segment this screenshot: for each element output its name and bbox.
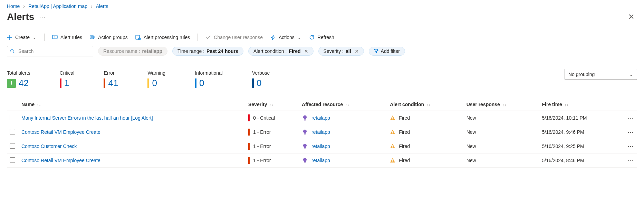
- condition-text: Fired: [399, 115, 410, 121]
- table-row[interactable]: Contoso Retail VM Employee Create1 - Err…: [7, 125, 637, 139]
- plus-icon: [7, 35, 12, 40]
- alert-name-link[interactable]: Contoso Customer Check: [21, 143, 77, 149]
- alert-name-link[interactable]: Contoso Retail VM Employee Create: [21, 129, 100, 135]
- filter-condition-label: Alert condition :: [253, 48, 287, 54]
- stat-verbose-label: Verbose: [252, 70, 270, 76]
- alerts-table: Name↑↓ Severity↑↓ Affected resource↑↓ Al…: [7, 98, 637, 168]
- warning-icon: [390, 115, 395, 121]
- actions-button[interactable]: Actions ⌄: [270, 35, 301, 40]
- toolbar-separator: [44, 34, 45, 41]
- add-filter-button[interactable]: Add filter: [369, 47, 405, 56]
- stat-error[interactable]: Error 41: [104, 70, 118, 89]
- alert-processing-button[interactable]: Alert processing rules: [135, 35, 190, 40]
- resource-link[interactable]: retailapp: [311, 158, 330, 163]
- condition-text: Fired: [399, 158, 410, 163]
- stat-critical[interactable]: Critical 1: [60, 70, 75, 89]
- search-input[interactable]: [18, 48, 90, 54]
- row-checkbox[interactable]: [10, 115, 15, 120]
- col-condition[interactable]: Alert condition↑↓: [387, 98, 463, 111]
- stat-verbose[interactable]: Verbose 0: [252, 70, 270, 89]
- warning-icon: [390, 143, 395, 149]
- breadcrumb-home[interactable]: Home: [7, 3, 20, 9]
- grouping-select[interactable]: No grouping ⌄: [565, 69, 637, 80]
- breadcrumb-alerts[interactable]: Alerts: [96, 3, 108, 9]
- col-response[interactable]: User response↑↓: [464, 98, 539, 111]
- alert-name-link[interactable]: Contoso Retail VM Employee Create: [21, 158, 100, 163]
- refresh-button[interactable]: Refresh: [309, 35, 334, 40]
- col-affected[interactable]: Affected resource↑↓: [299, 98, 387, 111]
- resource-link[interactable]: retailapp: [311, 143, 330, 149]
- stat-informational-label: Informational: [195, 70, 223, 76]
- clear-filter-icon[interactable]: ✕: [355, 48, 359, 54]
- breadcrumb: Home › RetailApp | Application map › Ale…: [7, 3, 637, 9]
- sort-icon: ↑↓: [269, 102, 273, 107]
- row-checkbox[interactable]: [10, 129, 15, 134]
- severity-bar-critical: [60, 78, 61, 88]
- row-checkbox[interactable]: [10, 157, 15, 163]
- filter-resource-value: retailapp: [142, 48, 162, 54]
- stat-verbose-value: 0: [257, 78, 261, 89]
- severity-bar-informational: [195, 78, 196, 88]
- close-icon[interactable]: ✕: [625, 11, 637, 23]
- resource-link[interactable]: retailapp: [311, 115, 330, 121]
- filter-severity[interactable]: Severity : all ✕: [318, 47, 364, 56]
- col-severity[interactable]: Severity↑↓: [246, 98, 299, 111]
- filter-severity-value: all: [346, 48, 351, 54]
- filter-severity-label: Severity :: [324, 48, 344, 54]
- col-name[interactable]: Name↑↓: [19, 98, 246, 111]
- stat-warning-label: Warning: [147, 70, 165, 76]
- filter-timerange[interactable]: Time range : Past 24 hours: [172, 47, 243, 56]
- severity-tick: [248, 129, 250, 136]
- severity-tick: [248, 114, 250, 121]
- sort-icon: ↑↓: [37, 102, 41, 107]
- app-insights-icon: [302, 129, 308, 135]
- sort-icon: ↑↓: [564, 102, 568, 107]
- filter-condition[interactable]: Alert condition : Fired ✕: [248, 47, 314, 56]
- firetime-text: 5/16/2024, 10:11 PM: [542, 115, 587, 121]
- svg-rect-12: [304, 162, 306, 163]
- firetime-text: 5/16/2024, 9:25 PM: [542, 143, 584, 149]
- command-bar: Create ⌄ Alert rules Action groups Alert…: [7, 33, 637, 41]
- stat-critical-value: 1: [64, 78, 69, 89]
- total-badge-icon: [7, 79, 16, 88]
- firetime-text: 5/16/2024, 9:46 PM: [542, 129, 584, 135]
- page-title: Alerts: [7, 11, 34, 22]
- row-menu-button[interactable]: ⋯: [623, 125, 637, 139]
- search-icon: [10, 49, 15, 54]
- table-row[interactable]: Contoso Customer Check1 - Errorretailapp…: [7, 139, 637, 154]
- row-menu-button[interactable]: ⋯: [623, 139, 637, 154]
- actions-label: Actions: [279, 35, 295, 40]
- create-button[interactable]: Create ⌄: [7, 35, 37, 40]
- svg-rect-1: [90, 36, 94, 39]
- filter-resource[interactable]: Resource name : retailapp: [98, 47, 167, 56]
- filter-timerange-value: Past 24 hours: [206, 48, 238, 54]
- row-menu-button[interactable]: ⋯: [623, 154, 637, 168]
- response-text: New: [467, 143, 476, 149]
- severity-bar-warning: [147, 78, 149, 88]
- clear-filter-icon[interactable]: ✕: [304, 48, 308, 54]
- row-checkbox[interactable]: [10, 143, 15, 149]
- toolbar-separator: [198, 34, 198, 41]
- alert-name-link[interactable]: Many Internal Server Errors in the last …: [21, 115, 153, 121]
- table-row[interactable]: Contoso Retail VM Employee Create1 - Err…: [7, 154, 637, 168]
- more-menu-icon[interactable]: ⋯: [39, 13, 45, 21]
- severity-summary: Total alerts 42 Critical 1 Error 41 War: [7, 70, 270, 89]
- svg-rect-8: [304, 134, 306, 134]
- stat-total-value: 42: [19, 78, 29, 89]
- stat-informational[interactable]: Informational 0: [195, 70, 223, 89]
- stat-total[interactable]: Total alerts 42: [7, 70, 30, 89]
- severity-tick: [248, 143, 250, 150]
- stat-warning[interactable]: Warning 0: [147, 70, 165, 89]
- alert-rules-button[interactable]: Alert rules: [52, 35, 82, 40]
- col-firetime[interactable]: Fire time↑↓: [539, 98, 623, 111]
- table-row[interactable]: Many Internal Server Errors in the last …: [7, 111, 637, 125]
- action-groups-button[interactable]: Action groups: [90, 35, 128, 40]
- stat-total-label: Total alerts: [7, 70, 30, 76]
- svg-rect-5: [304, 120, 306, 120]
- severity-text: 1 - Error: [253, 143, 271, 149]
- resource-link[interactable]: retailapp: [311, 129, 330, 135]
- search-box[interactable]: [7, 46, 93, 56]
- row-menu-button[interactable]: ⋯: [623, 111, 637, 125]
- refresh-icon: [309, 35, 315, 40]
- breadcrumb-app[interactable]: RetailApp | Application map: [28, 3, 87, 9]
